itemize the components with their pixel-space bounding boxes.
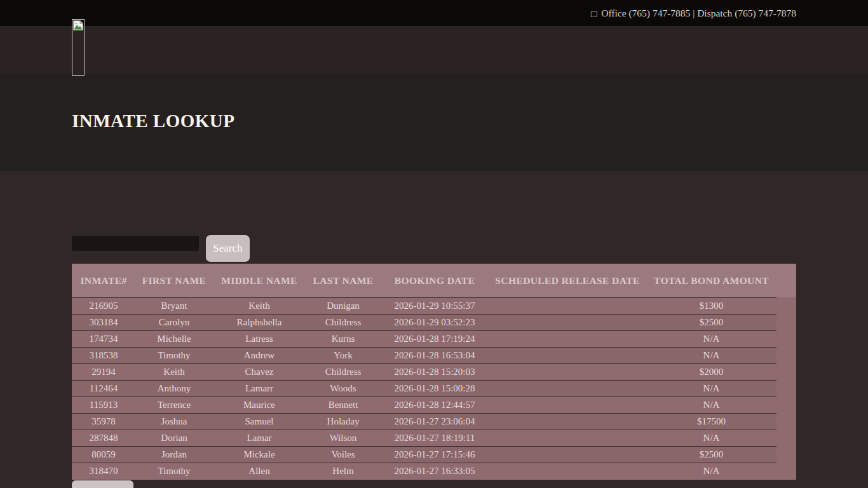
- cell-bond: $17500: [646, 414, 776, 430]
- cell-last: Holaday: [306, 414, 381, 430]
- cell-middle: Latress: [213, 331, 306, 348]
- search-button[interactable]: Search: [206, 235, 250, 262]
- broken-image-icon: [73, 20, 83, 30]
- table-row: 287848DorianLamarWilson2026-01-27 18:19:…: [72, 430, 776, 447]
- table-row: 174734MichelleLatressKurns2026-01-28 17:…: [72, 331, 776, 348]
- pagination-previous-button[interactable]: Previous: [72, 480, 133, 488]
- cell-bond: N/A: [646, 397, 776, 414]
- cell-first: Dorian: [135, 430, 213, 447]
- topbar: □Office (765) 747-7885 | Dispatch (765) …: [0, 0, 868, 26]
- cell-middle: Andrew: [213, 348, 306, 364]
- cell-bond: N/A: [646, 381, 776, 397]
- cell-booking: 2026-01-28 12:44:57: [381, 397, 489, 414]
- cell-last: Childress: [306, 364, 381, 381]
- cell-middle: Allen: [213, 463, 306, 480]
- cell-release: [489, 315, 646, 331]
- cell-booking: 2026-01-27 17:15:46: [381, 447, 489, 463]
- cell-first: Bryant: [135, 298, 213, 315]
- cell-first: Carolyn: [135, 315, 213, 331]
- column-header: TOTAL BOND AMOUNT: [646, 264, 776, 297]
- inmate-table: INMATE#FIRST NAMEMIDDLE NAMELAST NAMEBOO…: [72, 264, 796, 480]
- cell-booking: 2026-01-29 10:55:37: [381, 298, 489, 315]
- table-body: 216905BryantKeithDunigan2026-01-29 10:55…: [72, 297, 796, 480]
- cell-booking: 2026-01-28 15:00:28: [381, 381, 489, 397]
- table-row: 80059JordanMickaleVoiles2026-01-27 17:15…: [72, 447, 776, 463]
- site-logo-broken-image[interactable]: [72, 19, 85, 76]
- hero-section: INMATE LOOKUP: [0, 74, 868, 171]
- table-row: 112464AnthonyLamarrWoods2026-01-28 15:00…: [72, 381, 776, 397]
- nav-band: [0, 26, 868, 74]
- cell-inmate: 318538: [72, 348, 135, 364]
- table-row: 115913TerrenceMauriceBennett2026-01-28 1…: [72, 397, 776, 414]
- cell-last: Bennett: [306, 397, 381, 414]
- cell-release: [489, 414, 646, 430]
- cell-last: Helm: [306, 463, 381, 480]
- cell-last: Wilson: [306, 430, 381, 447]
- cell-inmate: 115913: [72, 397, 135, 414]
- cell-release: [489, 430, 646, 447]
- cell-bond: $1300: [646, 298, 776, 315]
- cell-first: Timothy: [135, 463, 213, 480]
- cell-bond: $2000: [646, 364, 776, 381]
- cell-first: Anthony: [135, 381, 213, 397]
- cell-middle: Keith: [213, 298, 306, 315]
- cell-middle: Lamar: [213, 430, 306, 447]
- cell-inmate: 174734: [72, 331, 135, 348]
- cell-first: Keith: [135, 364, 213, 381]
- cell-booking: 2026-01-27 23:06:04: [381, 414, 489, 430]
- phone-icon: □: [591, 1, 597, 27]
- cell-release: [489, 381, 646, 397]
- cell-middle: Mickale: [213, 447, 306, 463]
- cell-last: York: [306, 348, 381, 364]
- search-row: Search: [72, 236, 250, 262]
- cell-inmate: 112464: [72, 381, 135, 397]
- table-header: INMATE#FIRST NAMEMIDDLE NAMELAST NAMEBOO…: [72, 264, 796, 297]
- cell-middle: Maurice: [213, 397, 306, 414]
- table-row: 318538TimothyAndrewYork2026-01-28 16:53:…: [72, 348, 776, 364]
- cell-last: Dunigan: [306, 298, 381, 315]
- cell-first: Terrence: [135, 397, 213, 414]
- cell-booking: 2026-01-29 03:52:23: [381, 315, 489, 331]
- cell-middle: Chavez: [213, 364, 306, 381]
- cell-middle: Lamarr: [213, 381, 306, 397]
- cell-inmate: 80059: [72, 447, 135, 463]
- topbar-contact-text: Office (765) 747-7885 | Dispatch (765) 7…: [601, 8, 796, 18]
- cell-bond: N/A: [646, 463, 776, 480]
- cell-booking: 2026-01-28 16:53:04: [381, 348, 489, 364]
- page-title: INMATE LOOKUP: [0, 74, 868, 132]
- table-row: 303184CarolynRalphshellaChildress2026-01…: [72, 315, 776, 331]
- cell-first: Timothy: [135, 348, 213, 364]
- cell-release: [489, 348, 646, 364]
- cell-booking: 2026-01-28 15:20:03: [381, 364, 489, 381]
- table-row: 216905BryantKeithDunigan2026-01-29 10:55…: [72, 298, 776, 315]
- cell-release: [489, 331, 646, 348]
- cell-middle: Samuel: [213, 414, 306, 430]
- column-header: INMATE#: [72, 264, 135, 297]
- table-row: 29194KeithChavezChildress2026-01-28 15:2…: [72, 364, 776, 381]
- cell-booking: 2026-01-27 18:19:11: [381, 430, 489, 447]
- cell-inmate: 303184: [72, 315, 135, 331]
- cell-inmate: 287848: [72, 430, 135, 447]
- cell-last: Woods: [306, 381, 381, 397]
- table-row: 35978JoshuaSamuelHoladay2026-01-27 23:06…: [72, 414, 776, 430]
- cell-first: Jordan: [135, 447, 213, 463]
- cell-bond: $2500: [646, 315, 776, 331]
- main-content: Search INMATE#FIRST NAMEMIDDLE NAMELAST …: [0, 171, 868, 488]
- table-row: 318470TimothyAllenHelm2026-01-27 16:33:0…: [72, 463, 776, 480]
- column-header: BOOKING DATE: [381, 264, 489, 297]
- cell-bond: N/A: [646, 348, 776, 364]
- cell-inmate: 318470: [72, 463, 135, 480]
- cell-last: Kurns: [306, 331, 381, 348]
- search-input[interactable]: [72, 236, 199, 251]
- cell-inmate: 29194: [72, 364, 135, 381]
- cell-release: [489, 463, 646, 480]
- cell-inmate: 216905: [72, 298, 135, 315]
- cell-middle: Ralphshella: [213, 315, 306, 331]
- column-header: MIDDLE NAME: [213, 264, 306, 297]
- column-header: FIRST NAME: [135, 264, 213, 297]
- cell-last: Voiles: [306, 447, 381, 463]
- cell-booking: 2026-01-27 16:33:05: [381, 463, 489, 480]
- cell-release: [489, 397, 646, 414]
- cell-release: [489, 364, 646, 381]
- cell-first: Joshua: [135, 414, 213, 430]
